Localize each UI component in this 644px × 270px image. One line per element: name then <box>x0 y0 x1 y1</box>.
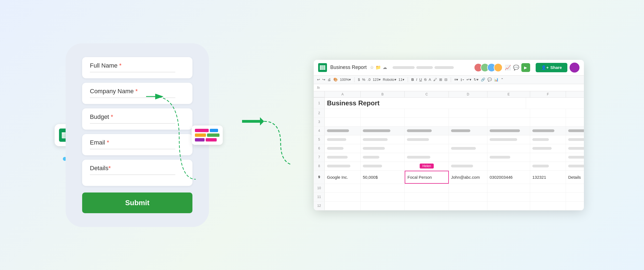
row5-h[interactable] <box>566 135 584 144</box>
row6-c[interactable] <box>361 144 405 153</box>
row10-e[interactable] <box>449 184 487 193</box>
undo-icon[interactable]: ↩ <box>317 77 320 82</box>
row5-c[interactable] <box>361 135 405 144</box>
row2-h[interactable] <box>566 109 584 117</box>
chart-btn[interactable]: 📊 <box>494 77 498 82</box>
row12-g[interactable] <box>530 202 566 210</box>
cell-9-f[interactable]: 0302003446 <box>487 171 530 184</box>
bold-button[interactable]: B <box>411 77 414 82</box>
row10-b[interactable] <box>325 184 361 193</box>
row8-e[interactable] <box>449 162 487 170</box>
row4-g[interactable] <box>530 127 566 135</box>
align-button[interactable]: ≡▾ <box>454 77 458 82</box>
row7-f[interactable] <box>487 153 530 162</box>
row10-f[interactable] <box>487 184 530 193</box>
row8-b[interactable] <box>325 162 361 170</box>
row3-c[interactable] <box>361 118 405 126</box>
submit-button[interactable]: Submit <box>82 193 192 213</box>
user-avatar[interactable] <box>570 63 579 73</box>
row7-c[interactable] <box>361 153 405 162</box>
row2-c[interactable] <box>361 109 405 117</box>
paint-icon[interactable]: 🎨 <box>333 77 338 82</box>
row12-d[interactable] <box>405 202 449 210</box>
merge-button[interactable]: ⊟ <box>444 77 447 82</box>
cell-9-d-focal-person[interactable]: Helen Focal Person <box>405 171 449 184</box>
col-header-b[interactable]: A <box>325 91 361 97</box>
row8-c[interactable] <box>361 162 405 170</box>
row11-d[interactable] <box>405 193 449 201</box>
row12-e[interactable] <box>449 202 487 210</box>
valign-button[interactable]: ⫿▾ <box>460 77 464 82</box>
row5-g[interactable] <box>530 135 566 144</box>
row12-f[interactable] <box>487 202 530 210</box>
link-button[interactable]: 🔗 <box>481 77 485 82</box>
row12-c[interactable] <box>361 202 405 210</box>
row7-d[interactable] <box>405 153 449 162</box>
col-header-c[interactable]: B <box>361 91 405 97</box>
row6-h[interactable] <box>566 144 584 153</box>
cell-9-b[interactable]: Google Inc. <box>325 171 361 184</box>
row12-h[interactable] <box>566 202 584 210</box>
row3-g[interactable] <box>530 118 566 126</box>
row6-g[interactable] <box>530 144 566 153</box>
row7-h[interactable] <box>566 153 584 162</box>
col-header-g[interactable]: F <box>530 91 566 97</box>
italic-button[interactable]: I <box>416 77 417 82</box>
cloud-icon[interactable]: ☁ <box>383 65 387 70</box>
row4-h[interactable] <box>566 127 584 135</box>
share-button[interactable]: 👤+ Share <box>536 63 567 72</box>
print-icon[interactable]: 🖨 <box>328 77 331 82</box>
row10-d[interactable] <box>405 184 449 193</box>
row3-b[interactable] <box>325 118 361 126</box>
row10-h[interactable] <box>566 184 584 193</box>
row4-d[interactable] <box>405 127 449 135</box>
row11-f[interactable] <box>487 193 530 201</box>
row6-b[interactable] <box>325 144 361 153</box>
more-btn[interactable]: ⌃ <box>501 77 504 82</box>
row7-g[interactable] <box>530 153 566 162</box>
row6-e[interactable] <box>449 144 487 153</box>
row10-g[interactable] <box>530 184 566 193</box>
row5-f[interactable] <box>487 135 530 144</box>
col-header-h[interactable]: G <box>566 91 584 97</box>
col-header-f[interactable]: E <box>487 91 530 97</box>
font-size-select[interactable]: 11▾ <box>399 77 404 82</box>
cell-9-e[interactable]: John@abc.com <box>449 171 487 184</box>
currency-icon[interactable]: $ <box>358 77 360 82</box>
row7-b[interactable] <box>325 153 361 162</box>
borders-button[interactable]: ⊞ <box>439 77 442 82</box>
comment-icon[interactable]: 💬 <box>513 65 519 71</box>
star-icon[interactable]: ☆ <box>370 65 374 70</box>
folder-icon[interactable]: 📁 <box>375 65 381 70</box>
format-number-icon[interactable]: 123▾ <box>373 77 381 82</box>
row11-c[interactable] <box>361 193 405 201</box>
row6-d[interactable] <box>405 144 449 153</box>
row2-f[interactable] <box>487 109 530 117</box>
decimal-icon[interactable]: .0 <box>367 77 371 82</box>
percent-icon[interactable]: % <box>362 77 365 82</box>
row6-f[interactable] <box>487 144 530 153</box>
row11-h[interactable] <box>566 193 584 201</box>
title-cell[interactable]: Business Report <box>325 98 526 109</box>
col-header-e[interactable]: D <box>449 91 487 97</box>
row11-e[interactable] <box>449 193 487 201</box>
row2-g[interactable] <box>530 109 566 117</box>
meet-icon[interactable]: ▶ <box>521 63 530 72</box>
rotate-button[interactable]: ↻▾ <box>474 77 479 82</box>
row5-b[interactable] <box>325 135 361 144</box>
row10-c[interactable] <box>361 184 405 193</box>
row3-d[interactable] <box>405 118 449 126</box>
row4-e[interactable] <box>449 127 487 135</box>
row3-h[interactable] <box>566 118 584 126</box>
col-header-d[interactable]: C <box>405 91 449 97</box>
row5-d[interactable] <box>405 135 449 144</box>
wrap-button[interactable]: ↵▾ <box>466 77 471 82</box>
row7-e[interactable] <box>449 153 487 162</box>
comment-btn[interactable]: 💬 <box>487 77 492 82</box>
cell-9-h[interactable]: Details <box>566 171 584 184</box>
row5-e[interactable] <box>449 135 487 144</box>
row3-f[interactable] <box>487 118 530 126</box>
redo-icon[interactable]: ↪ <box>322 77 325 82</box>
zoom-control[interactable]: 100%▾ <box>340 77 351 82</box>
row4-c[interactable] <box>361 127 405 135</box>
